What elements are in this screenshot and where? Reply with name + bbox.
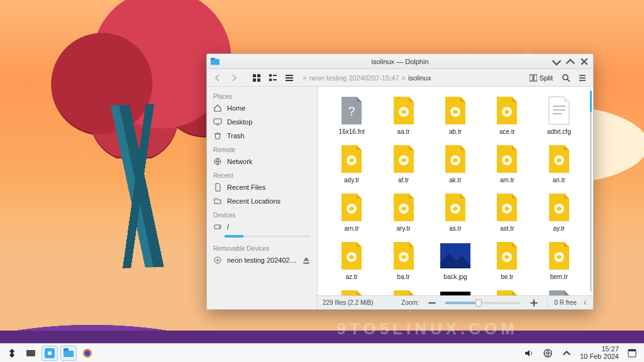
- zoom-out-button[interactable]: [425, 296, 439, 310]
- file-item[interactable]: ady.tr: [326, 141, 377, 189]
- svg-rect-53: [64, 351, 74, 357]
- home-icon: [213, 104, 222, 112]
- file-item[interactable]: ?: [534, 287, 584, 295]
- file-item[interactable]: ?16x16.fnt: [326, 93, 377, 140]
- view-compact-button[interactable]: [266, 71, 280, 85]
- file-item[interactable]: am.tr: [482, 141, 532, 189]
- sidebar-item-recent-locations[interactable]: Recent Locations: [207, 194, 317, 208]
- file-name: ast.tr: [500, 225, 514, 232]
- hamburger-icon: [578, 74, 587, 82]
- file-item[interactable]: arn.tr: [326, 190, 377, 237]
- breadcrumb[interactable]: > neon testing 20240207-15:47 > isolinux: [299, 74, 523, 82]
- sidebar-item-desktop[interactable]: Desktop: [207, 115, 317, 129]
- file-item[interactable]: af.tr: [378, 141, 428, 189]
- svg-text:?: ?: [348, 104, 355, 118]
- svg-rect-5: [257, 79, 260, 82]
- zoom-slider[interactable]: [445, 302, 521, 304]
- svg-point-56: [85, 351, 90, 356]
- show-desktop-button[interactable]: [624, 346, 640, 361]
- tray-chevron-up[interactable]: [558, 346, 575, 361]
- task-manager-virtual-desktops[interactable]: [23, 346, 39, 361]
- svg-rect-7: [269, 79, 272, 81]
- file-item[interactable]: ak.tr: [430, 141, 480, 189]
- disc-icon: [213, 256, 222, 265]
- file-item[interactable]: [326, 287, 377, 295]
- file-item[interactable]: ace.tr: [482, 93, 532, 140]
- sidebar-item-trash[interactable]: Trash: [207, 129, 317, 143]
- file-item[interactable]: ary.tr: [378, 190, 428, 237]
- file-item[interactable]: az.tr: [326, 238, 377, 285]
- breadcrumb-seg-1[interactable]: neon testing 20240207-15:47: [309, 74, 399, 82]
- file-item[interactable]: an.tr: [534, 141, 584, 189]
- tray-volume[interactable]: [521, 346, 537, 361]
- panel-clock[interactable]: 15:27 10 Feb 2024: [577, 346, 621, 360]
- sidebar-item-root[interactable]: /: [207, 220, 317, 234]
- file-name: bem.tr: [550, 273, 568, 280]
- places-panel: Places Home Desktop Trash Remote Network…: [207, 87, 318, 309]
- taskbar: 15:27 10 Feb 2024: [0, 343, 644, 362]
- status-bar: 229 files (2.2 MiB) Zoom: 0 R free: [318, 295, 593, 309]
- file-grid-scroll[interactable]: ?16x16.fntaa.trab.trace.tradtxt.cfgady.t…: [318, 87, 593, 295]
- tray-network[interactable]: [540, 346, 556, 361]
- file-item[interactable]: bem.tr: [534, 238, 584, 285]
- split-view-button[interactable]: Split: [526, 71, 557, 85]
- unknown-file-icon: ?: [544, 289, 574, 295]
- scrollbar[interactable]: [590, 90, 592, 292]
- sidebar-item-recent-files[interactable]: Recent Files: [207, 180, 317, 194]
- document-icon: [213, 183, 222, 192]
- svg-point-19: [219, 226, 220, 228]
- file-name: ady.tr: [344, 177, 359, 184]
- minimize-button[interactable]: [552, 57, 562, 67]
- task-dolphin[interactable]: [60, 346, 77, 361]
- file-name: am.tr: [500, 177, 514, 184]
- app-launcher-button[interactable]: [4, 346, 20, 361]
- eject-icon[interactable]: [302, 256, 311, 265]
- sidebar-heading-places: Places: [207, 89, 317, 101]
- window-title: isolinux — Dolphin: [207, 58, 593, 65]
- hamburger-menu-button[interactable]: [575, 71, 589, 85]
- file-item[interactable]: back.jpg: [430, 238, 480, 285]
- chevron-left-icon[interactable]: [583, 300, 588, 305]
- file-item[interactable]: ba.tr: [378, 238, 428, 285]
- search-button[interactable]: [559, 71, 573, 85]
- file-name: az.tr: [345, 273, 357, 280]
- task-system-settings[interactable]: [42, 346, 58, 361]
- sidebar-item-label: neon testing 20240207-15:47: [227, 256, 297, 264]
- device-usage-bar: [225, 235, 311, 238]
- file-item[interactable]: [378, 287, 428, 295]
- breadcrumb-sep-icon: >: [303, 74, 306, 82]
- tr-file-icon: [492, 144, 522, 174]
- sidebar-item-removable-iso[interactable]: neon testing 20240207-15:47: [207, 253, 317, 267]
- sidebar-item-label: Home: [227, 104, 311, 112]
- file-name: back.jpg: [443, 273, 467, 280]
- task-firefox[interactable]: [79, 346, 96, 361]
- titlebar[interactable]: isolinux — Dolphin: [207, 54, 593, 69]
- file-item[interactable]: adtxt.cfg: [534, 93, 584, 140]
- file-item[interactable]: be.tr: [482, 238, 532, 285]
- forward-button[interactable]: [227, 71, 241, 85]
- tr-file-icon: [389, 144, 419, 174]
- dolphin-window: isolinux — Dolphin > neon testing 202402…: [206, 53, 594, 310]
- zoom-in-button[interactable]: [527, 296, 541, 310]
- svg-rect-10: [286, 75, 293, 76]
- tr-file-icon: [336, 144, 367, 174]
- file-item[interactable]: [430, 287, 480, 295]
- view-icons-button[interactable]: [250, 71, 264, 85]
- close-button[interactable]: [579, 57, 589, 67]
- file-item[interactable]: ay.tr: [534, 190, 584, 237]
- file-item[interactable]: as.tr: [430, 190, 480, 237]
- tr-file-icon: [440, 96, 470, 126]
- maximize-button[interactable]: [565, 57, 575, 67]
- back-button[interactable]: [211, 71, 225, 85]
- sidebar-item-network[interactable]: Network: [207, 155, 317, 168]
- breadcrumb-seg-2[interactable]: isolinux: [408, 74, 431, 82]
- file-name: 16x16.fnt: [339, 128, 365, 135]
- network-icon: [213, 157, 222, 166]
- sidebar-item-home[interactable]: Home: [207, 101, 317, 115]
- file-item[interactable]: ast.tr: [482, 190, 532, 237]
- file-item[interactable]: aa.tr: [378, 93, 428, 140]
- status-count: 229 files (2.2 MiB): [323, 299, 374, 306]
- file-item[interactable]: ab.tr: [430, 93, 480, 140]
- file-item[interactable]: [482, 287, 532, 295]
- view-details-button[interactable]: [282, 71, 296, 85]
